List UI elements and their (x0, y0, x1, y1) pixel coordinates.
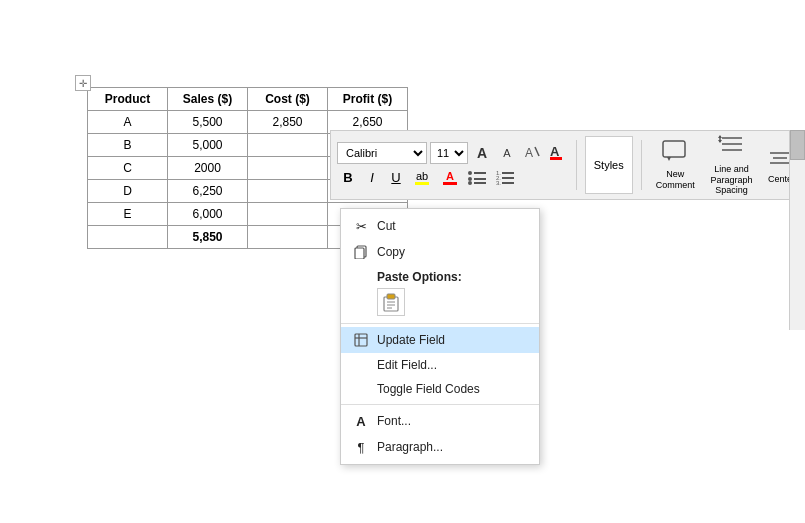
new-comment-label: New Comment (654, 169, 695, 191)
svg-marker-22 (718, 140, 722, 143)
styles-button[interactable]: Styles (585, 136, 633, 194)
col-header-sales: Sales ($) (168, 88, 248, 111)
col-header-cost: Cost ($) (248, 88, 328, 111)
cell-sales-d[interactable]: 6,250 (168, 180, 248, 203)
ribbon: Calibri 11 A A A A B I U ab (330, 130, 805, 200)
cut-label: Cut (377, 219, 396, 233)
font-shrink-button[interactable]: A (496, 142, 518, 164)
cell-product-d[interactable]: D (88, 180, 168, 203)
scrollbar-thumb[interactable] (790, 130, 805, 160)
svg-text:A: A (550, 144, 560, 159)
underline-button[interactable]: U (385, 167, 407, 189)
cell-sales-e[interactable]: 6,000 (168, 203, 248, 226)
cell-product-b[interactable]: B (88, 134, 168, 157)
font-row1: Calibri 11 A A A A (337, 142, 568, 164)
svg-rect-29 (387, 294, 395, 299)
svg-rect-7 (474, 178, 486, 180)
svg-marker-21 (718, 135, 722, 138)
copy-label: Copy (377, 245, 405, 259)
svg-marker-17 (667, 157, 671, 161)
paste-options-label: Paste Options: (377, 270, 462, 284)
cell-cost-b[interactable] (248, 134, 328, 157)
scrollbar[interactable] (789, 130, 805, 330)
highlight-color-button[interactable]: ab (409, 167, 435, 189)
numbering-button[interactable]: 1. 2. 3. (493, 167, 519, 189)
comment-icon (661, 139, 689, 166)
line-spacing-button[interactable]: Line and Paragraph Spacing (705, 136, 758, 194)
cell-cost-a[interactable]: 2,850 (248, 111, 328, 134)
col-header-product: Product (88, 88, 168, 111)
update-field-icon (353, 332, 369, 348)
svg-line-1 (535, 147, 539, 156)
table-move-handle[interactable]: ✛ (75, 75, 91, 91)
context-separator-1 (341, 323, 539, 324)
font-group: Calibri 11 A A A A B I U ab (337, 142, 568, 189)
svg-rect-15 (502, 182, 514, 184)
svg-rect-11 (502, 172, 514, 174)
font-name-select[interactable]: Calibri (337, 142, 427, 164)
cell-cost-total[interactable] (248, 226, 328, 249)
copy-icon (353, 244, 369, 260)
context-separator-2 (341, 404, 539, 405)
svg-point-6 (468, 177, 472, 181)
update-field-label: Update Field (377, 333, 445, 347)
italic-button[interactable]: I (361, 167, 383, 189)
svg-point-4 (468, 171, 472, 175)
context-menu-toggle-field[interactable]: Toggle Field Codes (341, 377, 539, 401)
cell-sales-c[interactable]: 2000 (168, 157, 248, 180)
cell-sales-total[interactable]: 5,850 (168, 226, 248, 249)
col-header-profit: Profit ($) (328, 88, 408, 111)
context-menu-paragraph[interactable]: ¶ Paragraph... (341, 434, 539, 460)
svg-rect-16 (663, 141, 685, 157)
toggle-field-label: Toggle Field Codes (377, 382, 480, 396)
font-label: Font... (377, 414, 411, 428)
svg-rect-3 (550, 157, 562, 160)
clear-formatting-button[interactable]: A (521, 142, 543, 164)
cell-product-a[interactable]: A (88, 111, 168, 134)
cell-product-total[interactable] (88, 226, 168, 249)
svg-rect-5 (474, 172, 486, 174)
cell-sales-a[interactable]: 5,500 (168, 111, 248, 134)
cell-cost-c[interactable] (248, 157, 328, 180)
paste-icon-area[interactable] (341, 286, 539, 320)
new-comment-button[interactable]: New Comment (649, 136, 700, 194)
font-menu-icon: A (353, 413, 369, 429)
paste-icon-box[interactable] (377, 288, 405, 316)
context-menu-edit-field[interactable]: Edit Field... (341, 353, 539, 377)
context-menu-update-field[interactable]: Update Field (341, 327, 539, 353)
paragraph-icon: ¶ (353, 439, 369, 455)
context-menu-paste-header: Paste Options: (341, 265, 539, 286)
line-spacing-icon (718, 134, 746, 161)
ribbon-divider-1 (576, 140, 577, 190)
svg-rect-33 (355, 334, 367, 346)
svg-rect-13 (502, 177, 514, 179)
svg-text:3.: 3. (496, 180, 501, 186)
svg-rect-27 (355, 248, 364, 259)
svg-rect-9 (474, 182, 486, 184)
styles-label: Styles (594, 159, 624, 171)
svg-text:A: A (525, 146, 533, 160)
font-color-a-button[interactable]: A (546, 142, 568, 164)
line-spacing-label: Line and Paragraph Spacing (710, 164, 753, 196)
font-size-select[interactable]: 11 (430, 142, 468, 164)
cell-product-e[interactable]: E (88, 203, 168, 226)
bold-button[interactable]: B (337, 167, 359, 189)
paragraph-label: Paragraph... (377, 440, 443, 454)
edit-field-label: Edit Field... (377, 358, 437, 372)
svg-point-8 (468, 181, 472, 185)
context-menu-copy[interactable]: Copy (341, 239, 539, 265)
cut-icon: ✂ (353, 218, 369, 234)
context-menu-font[interactable]: A Font... (341, 408, 539, 434)
cell-product-c[interactable]: C (88, 157, 168, 180)
cell-cost-e[interactable] (248, 203, 328, 226)
cell-cost-d[interactable] (248, 180, 328, 203)
context-menu-cut[interactable]: ✂ Cut (341, 213, 539, 239)
cell-sales-b[interactable]: 5,000 (168, 134, 248, 157)
font-grow-button[interactable]: A (471, 142, 493, 164)
font-color-button[interactable]: A (437, 167, 463, 189)
bullets-button[interactable] (465, 167, 491, 189)
ribbon-divider-2 (641, 140, 642, 190)
font-row2: B I U ab A (337, 167, 568, 189)
context-menu: ✂ Cut Copy Paste Options: (340, 208, 540, 465)
